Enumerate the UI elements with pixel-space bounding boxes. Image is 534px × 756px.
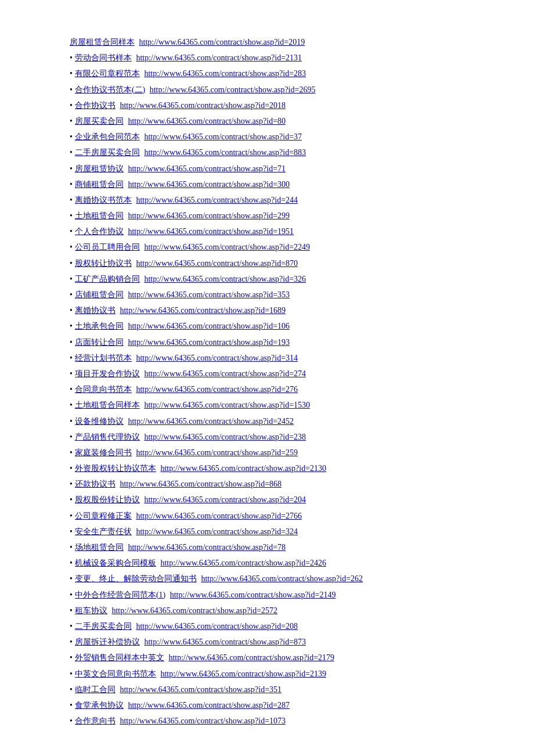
item-label[interactable]: 经营计划书范本 xyxy=(75,354,132,362)
item-label[interactable]: 还款协议书 xyxy=(75,480,116,488)
bullet: • xyxy=(70,682,73,697)
item-label[interactable]: 房屋买卖合同 xyxy=(75,117,124,125)
bullet: • xyxy=(70,256,73,271)
item-label[interactable]: 离婚协议书 xyxy=(75,306,116,315)
item-url[interactable]: http://www.64365.com/contract/show.asp?i… xyxy=(128,322,290,330)
item-url[interactable]: http://www.64365.com/contract/show.asp?i… xyxy=(136,53,302,62)
item-label[interactable]: 房屋租赁协议 xyxy=(75,164,124,173)
item-url[interactable]: http://www.64365.com/contract/show.asp?i… xyxy=(144,243,310,251)
item-url[interactable]: http://www.64365.com/contract/show.asp?i… xyxy=(128,117,286,125)
item-url[interactable]: http://www.64365.com/contract/show.asp?i… xyxy=(144,495,306,504)
item-label[interactable]: 房屋租赁合同样本 xyxy=(70,38,135,46)
list-item: •合作意向书 http://www.64365.com/contract/sho… xyxy=(70,714,464,728)
item-label[interactable]: 外资股权转让协议范本 xyxy=(75,464,156,473)
item-label[interactable]: 合作协议书 xyxy=(75,101,116,110)
bullet: • xyxy=(70,193,73,207)
item-url[interactable]: http://www.64365.com/contract/show.asp?i… xyxy=(201,574,363,583)
item-url[interactable]: http://www.64365.com/contract/show.asp?i… xyxy=(128,164,286,173)
item-label[interactable]: 合作协议书范本(二) xyxy=(75,85,145,94)
item-url[interactable]: http://www.64365.com/contract/show.asp?i… xyxy=(144,148,306,157)
item-label[interactable]: 个人合作协议 xyxy=(75,227,124,236)
item-label[interactable]: 场地租赁合同 xyxy=(75,543,124,552)
item-label[interactable]: 安全生产责任状 xyxy=(75,527,132,536)
item-label[interactable]: 中英文合同意向书范本 xyxy=(75,669,156,678)
item-url[interactable]: http://www.64365.com/contract/show.asp?i… xyxy=(160,464,326,473)
item-url[interactable]: http://www.64365.com/contract/show.asp?i… xyxy=(160,669,326,678)
item-url[interactable]: http://www.64365.com/contract/show.asp?i… xyxy=(128,227,294,236)
item-label[interactable]: 临时工合同 xyxy=(75,685,116,694)
item-label[interactable]: 产品销售代理协议 xyxy=(75,433,140,441)
item-label[interactable]: 企业承包合同范本 xyxy=(75,132,140,141)
list-item: •二手房买卖合同 http://www.64365.com/contract/s… xyxy=(70,619,464,633)
item-url[interactable]: http://www.64365.com/contract/show.asp?i… xyxy=(144,132,302,141)
item-url[interactable]: http://www.64365.com/contract/show.asp?i… xyxy=(144,69,306,78)
item-url[interactable]: http://www.64365.com/contract/show.asp?i… xyxy=(144,638,306,646)
item-text: 合作意向书 http://www.64365.com/contract/show… xyxy=(75,714,286,728)
item-url[interactable]: http://www.64365.com/contract/show.asp?i… xyxy=(136,512,302,520)
item-url[interactable]: http://www.64365.com/contract/show.asp?i… xyxy=(139,38,305,46)
item-url[interactable]: http://www.64365.com/contract/show.asp?i… xyxy=(144,433,306,441)
item-label[interactable]: 设备维修协议 xyxy=(75,417,124,426)
item-label[interactable]: 机械设备采购合同模板 xyxy=(75,559,156,567)
item-label[interactable]: 合作意向书 xyxy=(75,717,116,725)
item-label[interactable]: 工矿产品购销合同 xyxy=(75,275,140,283)
item-url[interactable]: http://www.64365.com/contract/show.asp?i… xyxy=(111,606,277,615)
item-url[interactable]: http://www.64365.com/contract/show.asp?i… xyxy=(136,448,298,457)
item-url[interactable]: http://www.64365.com/contract/show.asp?i… xyxy=(136,259,298,268)
item-url[interactable]: http://www.64365.com/contract/show.asp?i… xyxy=(128,338,290,347)
item-label[interactable]: 土地承包合同 xyxy=(75,322,124,330)
item-url[interactable]: http://www.64365.com/contract/show.asp?i… xyxy=(136,385,298,394)
item-label[interactable]: 股权股份转让协议 xyxy=(75,495,140,504)
item-label[interactable]: 股权转让协议书 xyxy=(75,259,132,268)
item-label[interactable]: 变更、终止、解除劳动合同通知书 xyxy=(75,574,197,583)
list-item: •土地租赁合同样本 http://www.64365.com/contract/… xyxy=(70,398,464,412)
item-url[interactable]: http://www.64365.com/contract/show.asp?i… xyxy=(120,685,282,694)
item-url[interactable]: http://www.64365.com/contract/show.asp?i… xyxy=(128,290,290,299)
item-url[interactable]: http://www.64365.com/contract/show.asp?i… xyxy=(150,85,316,94)
item-label[interactable]: 土地租赁合同样本 xyxy=(75,401,140,409)
item-label[interactable]: 店铺租赁合同 xyxy=(75,290,124,299)
item-label[interactable]: 二手房买卖合同 xyxy=(75,622,132,631)
item-label[interactable]: 中外合作经营合同范本(1) xyxy=(75,591,165,599)
item-url[interactable]: http://www.64365.com/contract/show.asp?i… xyxy=(120,306,286,315)
list-item: •安全生产责任状 http://www.64365.com/contract/s… xyxy=(70,524,464,539)
item-url[interactable]: http://www.64365.com/contract/show.asp?i… xyxy=(120,480,282,488)
item-label[interactable]: 项目开发合作协议 xyxy=(75,369,140,378)
item-url[interactable]: http://www.64365.com/contract/show.asp?i… xyxy=(160,559,326,567)
item-label[interactable]: 合同意向书范本 xyxy=(75,385,132,394)
bullet: • xyxy=(70,82,73,97)
item-url[interactable]: http://www.64365.com/contract/show.asp?i… xyxy=(128,180,290,189)
item-label[interactable]: 劳动合同书样本 xyxy=(75,53,132,62)
item-url[interactable]: http://www.64365.com/contract/show.asp?i… xyxy=(144,401,310,409)
item-url[interactable]: http://www.64365.com/contract/show.asp?i… xyxy=(136,354,298,362)
list-item: •房屋买卖合同 http://www.64365.com/contract/sh… xyxy=(70,114,464,128)
item-label[interactable]: 土地租赁合同 xyxy=(75,211,124,220)
item-label[interactable]: 外贸销售合同样本中英文 xyxy=(75,653,164,662)
item-url[interactable]: http://www.64365.com/contract/show.asp?i… xyxy=(120,101,286,110)
item-url[interactable]: http://www.64365.com/contract/show.asp?i… xyxy=(136,622,298,631)
item-url[interactable]: http://www.64365.com/contract/show.asp?i… xyxy=(144,275,306,283)
item-label[interactable]: 商铺租赁合同 xyxy=(75,180,124,189)
item-label[interactable]: 公司员工聘用合同 xyxy=(75,243,140,251)
item-label[interactable]: 家庭装修合同书 xyxy=(75,448,132,457)
item-label[interactable]: 离婚协议书范本 xyxy=(75,196,132,204)
item-url[interactable]: http://www.64365.com/contract/show.asp?i… xyxy=(128,417,294,426)
item-url[interactable]: http://www.64365.com/contract/show.asp?i… xyxy=(128,543,286,552)
bullet: • xyxy=(70,335,73,350)
bullet: • xyxy=(70,461,73,476)
item-url[interactable]: http://www.64365.com/contract/show.asp?i… xyxy=(120,717,286,725)
item-url[interactable]: http://www.64365.com/contract/show.asp?i… xyxy=(144,369,306,378)
item-url[interactable]: http://www.64365.com/contract/show.asp?i… xyxy=(168,653,334,662)
item-label[interactable]: 公司章程修正案 xyxy=(75,512,132,520)
item-label[interactable]: 房屋拆迁补偿协议 xyxy=(75,638,140,646)
item-label[interactable]: 租车协议 xyxy=(75,606,107,615)
item-url[interactable]: http://www.64365.com/contract/show.asp?i… xyxy=(170,591,336,599)
item-url[interactable]: http://www.64365.com/contract/show.asp?i… xyxy=(128,211,290,220)
item-url[interactable]: http://www.64365.com/contract/show.asp?i… xyxy=(128,701,290,710)
item-url[interactable]: http://www.64365.com/contract/show.asp?i… xyxy=(136,196,298,204)
item-label[interactable]: 有限公司章程范本 xyxy=(75,69,140,78)
item-label[interactable]: 食堂承包协议 xyxy=(75,701,124,710)
item-label[interactable]: 二手房屋买卖合同 xyxy=(75,148,140,157)
item-url[interactable]: http://www.64365.com/contract/show.asp?i… xyxy=(136,527,298,536)
item-label[interactable]: 店面转让合同 xyxy=(75,338,124,347)
